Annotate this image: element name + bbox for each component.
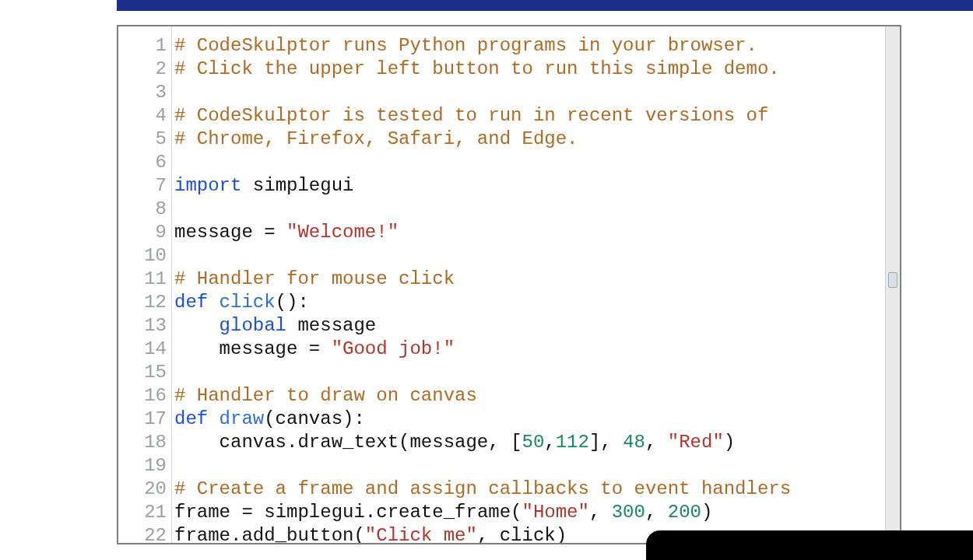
token-nm bbox=[174, 315, 220, 336]
code-editor-frame: 12345678910111213141516171819202122 # Co… bbox=[117, 25, 901, 544]
line-number: 11 bbox=[118, 268, 167, 291]
token-c: # Create a frame and assign callbacks to… bbox=[174, 478, 791, 499]
code-line[interactable] bbox=[174, 81, 886, 104]
token-nm: , bbox=[544, 432, 555, 453]
token-num: 300 bbox=[612, 502, 645, 523]
line-number: 9 bbox=[118, 221, 167, 244]
token-str: "Home" bbox=[522, 502, 588, 523]
token-str: "Good job!" bbox=[320, 338, 455, 359]
token-nm: , click) bbox=[477, 525, 567, 544]
line-number: 20 bbox=[118, 478, 167, 501]
line-number: 10 bbox=[118, 244, 167, 268]
token-nm: message bbox=[286, 315, 376, 336]
app-root: 12345678910111213141516171819202122 # Co… bbox=[0, 0, 973, 560]
token-nm: (canvas): bbox=[264, 408, 365, 429]
token-op: = bbox=[264, 222, 275, 243]
code-line[interactable]: # Chrome, Firefox, Safari, and Edge. bbox=[174, 128, 886, 151]
code-line[interactable]: def click(): bbox=[174, 291, 886, 314]
token-nm: frame.add_button( bbox=[174, 525, 365, 544]
token-nm: canvas.draw_text(message, [ bbox=[174, 432, 522, 453]
token-nm: , bbox=[589, 502, 612, 523]
line-number: 6 bbox=[118, 151, 167, 174]
line-number: 8 bbox=[118, 198, 167, 221]
token-num: 112 bbox=[556, 432, 589, 453]
line-number: 18 bbox=[118, 431, 167, 454]
code-line[interactable]: # Handler to draw on canvas bbox=[174, 384, 886, 408]
line-number: 1 bbox=[118, 34, 167, 58]
code-line[interactable]: def draw(canvas): bbox=[174, 408, 886, 431]
token-c: # CodeSkulptor is tested to run in recen… bbox=[174, 105, 768, 126]
code-line[interactable]: global message bbox=[174, 314, 886, 338]
line-number: 2 bbox=[118, 58, 167, 81]
code-line[interactable]: message = "Welcome!" bbox=[174, 221, 886, 244]
token-num: 48 bbox=[623, 432, 645, 453]
token-kw: global bbox=[220, 315, 286, 336]
code-line[interactable] bbox=[174, 361, 886, 384]
line-number: 4 bbox=[118, 104, 167, 128]
token-nm: (): bbox=[276, 292, 309, 313]
line-number: 14 bbox=[118, 338, 167, 361]
token-c: # CodeSkulptor runs Python programs in y… bbox=[174, 35, 757, 56]
token-str: "Red" bbox=[668, 432, 724, 453]
line-number: 22 bbox=[118, 524, 167, 544]
token-nm: , bbox=[645, 502, 668, 523]
token-c: # Handler for mouse click bbox=[174, 268, 455, 289]
line-number: 17 bbox=[118, 408, 167, 431]
token-kw: import bbox=[174, 175, 241, 196]
line-number: 5 bbox=[118, 128, 167, 151]
code-line[interactable] bbox=[174, 454, 886, 478]
token-fn: draw bbox=[220, 408, 265, 429]
code-line[interactable] bbox=[174, 151, 886, 174]
code-line[interactable]: # CodeSkulptor is tested to run in recen… bbox=[174, 104, 886, 128]
line-number: 15 bbox=[118, 361, 167, 384]
token-num: 50 bbox=[522, 432, 544, 453]
code-line[interactable]: frame = simplegui.create_frame("Home", 3… bbox=[174, 501, 886, 524]
line-number: 7 bbox=[118, 174, 167, 198]
token-nm: simplegui bbox=[241, 175, 353, 196]
token-nm: simplegui.create_frame( bbox=[253, 502, 522, 523]
code-line[interactable] bbox=[174, 244, 886, 268]
line-number: 12 bbox=[118, 291, 167, 314]
token-nm: message bbox=[174, 222, 264, 243]
bottom-overlay bbox=[646, 530, 973, 560]
token-fn: click bbox=[220, 292, 276, 313]
line-number: 19 bbox=[118, 454, 167, 478]
code-line[interactable]: # Click the upper left button to run thi… bbox=[174, 58, 886, 81]
token-str: "Welcome!" bbox=[276, 222, 399, 243]
code-line[interactable]: # Create a frame and assign callbacks to… bbox=[174, 478, 886, 501]
token-kw: def bbox=[174, 408, 220, 429]
line-number-gutter: 12345678910111213141516171819202122 bbox=[118, 26, 172, 543]
token-nm: , bbox=[645, 432, 668, 453]
code-line[interactable]: import simplegui bbox=[174, 174, 886, 198]
token-nm: frame bbox=[174, 502, 241, 523]
code-area[interactable]: # CodeSkulptor runs Python programs in y… bbox=[174, 26, 886, 543]
token-num: 200 bbox=[668, 502, 701, 523]
code-line[interactable]: # Handler for mouse click bbox=[174, 268, 886, 291]
code-line[interactable]: canvas.draw_text(message, [50,112], 48, … bbox=[174, 431, 886, 454]
token-nm: message bbox=[174, 338, 309, 359]
line-number: 3 bbox=[118, 81, 167, 104]
token-op: = bbox=[309, 338, 320, 359]
token-str: "Click me" bbox=[365, 525, 477, 544]
token-nm: ) bbox=[701, 502, 712, 523]
line-number: 21 bbox=[118, 501, 167, 524]
code-line[interactable]: message = "Good job!" bbox=[174, 338, 886, 361]
code-line[interactable]: # CodeSkulptor runs Python programs in y… bbox=[174, 34, 886, 58]
token-c: # Handler to draw on canvas bbox=[174, 385, 477, 406]
token-kw: def bbox=[174, 292, 220, 313]
token-c: # Click the upper left button to run thi… bbox=[174, 58, 780, 79]
token-nm: ], bbox=[589, 432, 623, 453]
line-number: 16 bbox=[118, 384, 167, 408]
line-number: 13 bbox=[118, 314, 167, 338]
window-chrome-top bbox=[117, 0, 973, 11]
token-op: = bbox=[241, 502, 252, 523]
code-line[interactable] bbox=[174, 198, 886, 221]
right-panel bbox=[901, 25, 973, 541]
vertical-scrollbar[interactable] bbox=[885, 26, 900, 543]
scrollbar-thumb[interactable] bbox=[888, 272, 897, 288]
token-c: # Chrome, Firefox, Safari, and Edge. bbox=[174, 128, 578, 149]
token-nm: ) bbox=[724, 432, 735, 453]
